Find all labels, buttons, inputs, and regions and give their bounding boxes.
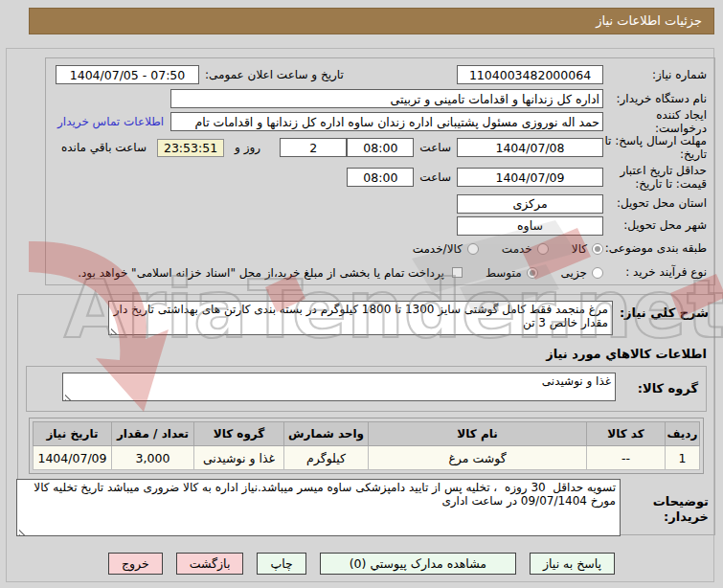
print-button[interactable]: چاپ bbox=[257, 553, 305, 575]
cell-need-date: 1404/07/09 bbox=[34, 446, 112, 470]
price-validity-date-field[interactable] bbox=[457, 168, 603, 187]
request-creator-label: ایجاد کننده درخواست: bbox=[603, 108, 707, 135]
buyer-org-field[interactable] bbox=[170, 89, 603, 108]
need-description-wrap: مرغ منجمد فقط کامل گوشتی سایز 1300 تا 18… bbox=[108, 301, 613, 339]
col-group: گروه کالا bbox=[194, 422, 284, 446]
price-validity-hour-label: ساعت bbox=[419, 170, 451, 184]
col-item-name: نام کالا bbox=[369, 422, 587, 446]
col-row-number: ردیف bbox=[666, 422, 700, 446]
goods-table: ردیف کد کالا نام کالا واحد شمارش گروه کا… bbox=[33, 421, 700, 470]
treasury-payment-note: پرداخت تمام یا بخشی از مبلغ خرید،از محل … bbox=[78, 266, 444, 280]
delivery-province-label: استان محل تحویل: bbox=[603, 196, 707, 210]
reply-deadline-label: مهلت ارسال پاسخ: تا تاریخ: bbox=[603, 134, 707, 161]
subject-class-option-service-label: خدمت bbox=[502, 242, 532, 256]
subject-class-radio-goods[interactable] bbox=[592, 243, 603, 255]
subject-class-radio-service[interactable] bbox=[537, 243, 549, 255]
remaining-days-label: روز و bbox=[235, 141, 260, 154]
need-number-label: شماره نیاز: bbox=[603, 68, 707, 81]
need-details-page: { "title": "جزئیات اطلاعات نیاز", "water… bbox=[0, 0, 723, 588]
need-info-groupbox: شماره نیاز: تاریخ و ساعت اعلان عمومی: نا… bbox=[45, 57, 715, 285]
process-type-option-minor-label: جزیی bbox=[561, 266, 587, 280]
bottom-button-bar: پاسخ به نیاز مشاهده مدارک پیوستي (0) چاپ… bbox=[0, 553, 723, 575]
exit-button[interactable]: خروج bbox=[108, 553, 163, 575]
need-number-field[interactable] bbox=[457, 65, 603, 84]
cell-quantity: 3,000 bbox=[112, 446, 194, 470]
process-type-radio-medium[interactable] bbox=[527, 267, 538, 279]
cell-item-code: -- bbox=[587, 446, 666, 470]
need-description-groupbox: شرح کلي نیاز: مرغ منجمد فقط کامل گوشتی س… bbox=[17, 294, 715, 535]
goods-group-textarea[interactable]: غذا و نوشیدنی bbox=[62, 373, 616, 401]
buyer-notes-textarea[interactable]: تسویه حداقل 30 روزه ، تخلیه پس از تایید … bbox=[16, 479, 621, 536]
cell-group: غذا و نوشیدنی bbox=[194, 446, 284, 470]
remaining-days-field[interactable] bbox=[280, 138, 347, 157]
process-type-label: نوع فرآیند خرید : bbox=[603, 265, 707, 279]
announce-datetime-label: تاریخ و ساعت اعلان عمومی: bbox=[205, 68, 344, 81]
cell-item-name: گوشت مرغ bbox=[369, 446, 587, 470]
col-item-code: کد کالا bbox=[587, 422, 666, 446]
goods-group-wrap: غذا و نوشیدنی bbox=[62, 373, 616, 405]
col-unit: واحد شمارش bbox=[284, 422, 369, 446]
subject-class-label: طبقه بندی موضوعی: bbox=[603, 241, 707, 255]
goods-table-header-row: ردیف کد کالا نام کالا واحد شمارش گروه کا… bbox=[34, 422, 700, 446]
buyer-org-label: نام دستگاه خریدار: bbox=[603, 92, 707, 105]
need-description-textarea[interactable]: مرغ منجمد فقط کامل گوشتی سایز 1300 تا 18… bbox=[108, 301, 613, 335]
view-attachments-button[interactable]: مشاهده مدارک پیوستي (0) bbox=[320, 553, 516, 575]
goods-section-title: اطلاعات کالاهاي مورد نیاز bbox=[22, 347, 707, 361]
buyer-notes-label: توضیحات خریدار: bbox=[621, 494, 709, 526]
cell-unit: کیلوگرم bbox=[284, 446, 369, 470]
process-type-radio-minor[interactable] bbox=[592, 267, 603, 279]
need-description-label: شرح کلي نیاز: bbox=[613, 301, 709, 321]
buyer-contact-link[interactable]: اطلاعات تماس خریدار bbox=[57, 115, 164, 128]
goods-group-box: گروه کالا: غذا و نوشیدنی bbox=[26, 366, 707, 412]
col-need-date: تاریخ نیاز bbox=[34, 422, 112, 446]
reply-deadline-time-field[interactable] bbox=[347, 138, 414, 157]
goods-table-wrap: ردیف کد کالا نام کالا واحد شمارش گروه کا… bbox=[29, 418, 704, 474]
treasury-payment-checkbox[interactable] bbox=[452, 267, 463, 278]
table-row[interactable]: 1 -- گوشت مرغ کیلوگرم غذا و نوشیدنی 3,00… bbox=[34, 446, 700, 470]
price-validity-time-field[interactable] bbox=[347, 168, 414, 187]
cell-row-number: 1 bbox=[666, 446, 700, 470]
reply-deadline-date-field[interactable] bbox=[457, 138, 603, 157]
subject-class-radio-goods-service[interactable] bbox=[467, 243, 479, 255]
page-title: جزئیات اطلاعات نیاز bbox=[596, 13, 713, 28]
subject-class-option-goods-service-label: کالا/خدمت bbox=[413, 242, 463, 256]
buyer-notes-wrap: تسویه حداقل 30 روزه ، تخلیه پس از تایید … bbox=[16, 479, 621, 540]
remaining-time-countdown: 23:53:51 bbox=[157, 139, 224, 157]
subject-class-option-goods-label: کالا bbox=[572, 242, 587, 256]
announce-datetime-field[interactable] bbox=[56, 65, 199, 84]
delivery-city-field[interactable] bbox=[457, 216, 603, 236]
page-title-bar: جزئیات اطلاعات نیاز bbox=[29, 8, 714, 34]
reply-to-need-button[interactable]: پاسخ به نیاز bbox=[530, 553, 615, 575]
delivery-province-field[interactable] bbox=[457, 194, 603, 214]
request-creator-field[interactable] bbox=[170, 112, 603, 131]
price-validity-label: حداقل تاریخ اعتبار قیمت: تا تاریخ: bbox=[603, 164, 707, 191]
delivery-city-label: شهر محل تحویل: bbox=[603, 218, 707, 232]
deadline-hour-label: ساعت bbox=[419, 141, 451, 154]
process-type-option-medium-label: متوسط bbox=[486, 266, 522, 280]
col-quantity: تعداد / مقدار bbox=[112, 422, 194, 446]
remaining-suffix-label: ساعت باقي مانده bbox=[61, 141, 147, 154]
back-button[interactable]: بازگشت bbox=[176, 553, 244, 575]
goods-group-label: گروه کالا: bbox=[616, 381, 698, 396]
